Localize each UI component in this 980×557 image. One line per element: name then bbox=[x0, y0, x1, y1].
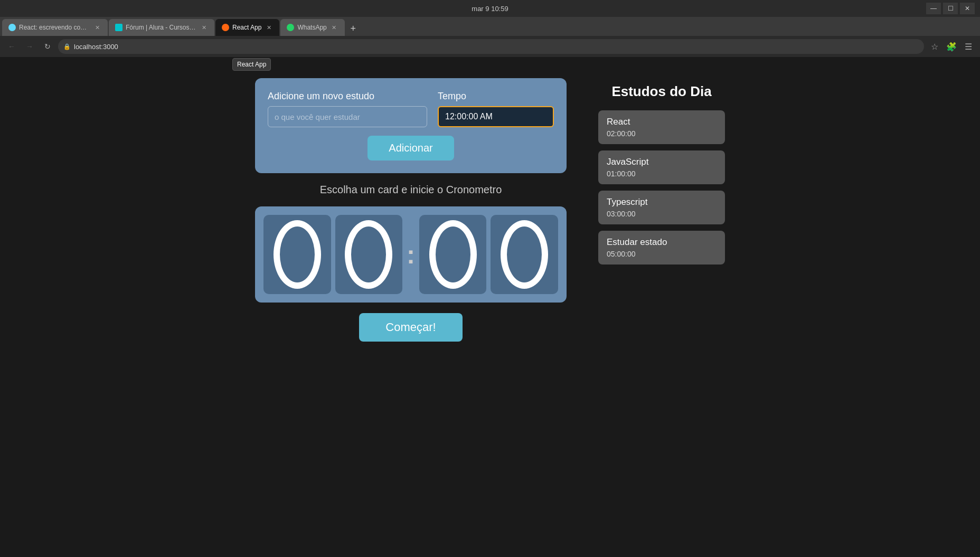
back-button[interactable]: ← bbox=[4, 39, 19, 54]
tab-tooltip: React App bbox=[232, 58, 271, 71]
study-card-javascript[interactable]: JavaScript 01:00:00 bbox=[598, 150, 725, 184]
tab-close-react-app[interactable]: ✕ bbox=[265, 23, 273, 32]
study-card-react[interactable]: React 02:00:00 bbox=[598, 110, 725, 144]
minimize-button[interactable]: — bbox=[926, 3, 941, 14]
study-group: Adicione um novo estudo bbox=[268, 91, 427, 127]
forward-button[interactable]: → bbox=[22, 39, 37, 54]
study-time-estado: 05:00:00 bbox=[607, 250, 717, 258]
tab-react-escrevendo[interactable]: React: escrevendo com T ✕ bbox=[2, 19, 108, 36]
form-header: Adicione um novo estudo Tempo bbox=[268, 91, 554, 127]
study-name-react: React bbox=[607, 117, 717, 127]
left-panel: Adicione um novo estudo Tempo Adicionar … bbox=[255, 78, 567, 342]
timer-card: : bbox=[255, 206, 567, 303]
study-label: Adicione um novo estudo bbox=[268, 91, 427, 102]
study-time-react: 02:00:00 bbox=[607, 129, 717, 138]
timer-instruction: Escolha um card e inicie o Cronometro bbox=[320, 184, 502, 196]
tabs-bar: React: escrevendo com T ✕ Fórum | Alura … bbox=[0, 17, 980, 36]
timer-colon: : bbox=[407, 215, 415, 294]
system-clock: mar 9 10:59 bbox=[472, 5, 508, 13]
menu-button[interactable]: ☰ bbox=[961, 39, 976, 54]
timer-digit-m1 bbox=[419, 215, 487, 294]
add-btn-row: Adicionar bbox=[268, 136, 554, 161]
tab-whatsapp[interactable]: WhatsApp ✕ bbox=[280, 19, 344, 36]
tab-label-alura: Fórum | Alura - Cursos on... bbox=[126, 24, 196, 31]
address-bar: ← → ↻ 🔒 localhost:3000 ☆ 🧩 ☰ bbox=[0, 36, 980, 57]
tab-react-app[interactable]: React App ✕ bbox=[215, 19, 279, 36]
maximize-button[interactable]: ☐ bbox=[943, 3, 958, 14]
timer-digit-m2 bbox=[491, 215, 558, 294]
tab-favicon-alura bbox=[115, 24, 123, 31]
tab-favicon-whatsapp bbox=[287, 24, 294, 31]
reload-button[interactable]: ↻ bbox=[40, 39, 55, 54]
studies-title: Estudos do Dia bbox=[598, 83, 725, 100]
tab-close-react[interactable]: ✕ bbox=[93, 23, 101, 32]
close-button[interactable]: ✕ bbox=[960, 3, 975, 14]
study-card-estado[interactable]: Estudar estado 05:00:00 bbox=[598, 231, 725, 265]
study-card-typescript[interactable]: Typescript 03:00:00 bbox=[598, 191, 725, 224]
browser-actions: ☆ 🧩 ☰ bbox=[927, 39, 976, 54]
main-content: Adicione um novo estudo Tempo Adicionar … bbox=[0, 57, 980, 363]
form-card: Adicione um novo estudo Tempo Adicionar bbox=[255, 78, 567, 173]
title-bar: mar 9 10:59 — ☐ ✕ bbox=[0, 0, 980, 17]
tab-close-alura[interactable]: ✕ bbox=[200, 23, 208, 32]
study-name-typescript: Typescript bbox=[607, 197, 717, 207]
digit-oval-h2 bbox=[345, 220, 392, 289]
tab-label-react-app: React App bbox=[232, 24, 261, 31]
study-name-javascript: JavaScript bbox=[607, 157, 717, 167]
digit-oval-m2 bbox=[501, 220, 548, 289]
url-bar[interactable]: 🔒 localhost:3000 bbox=[58, 39, 924, 54]
time-label: Tempo bbox=[438, 91, 554, 102]
tab-favicon-react bbox=[8, 24, 16, 31]
start-button[interactable]: Começar! bbox=[359, 313, 462, 342]
timer-digit-h2 bbox=[335, 215, 403, 294]
study-time-javascript: 01:00:00 bbox=[607, 169, 717, 178]
digit-oval-m1 bbox=[429, 220, 477, 289]
new-tab-button[interactable]: + bbox=[346, 21, 361, 36]
tab-favicon-firefox bbox=[222, 24, 229, 31]
tab-label-whatsapp: WhatsApp bbox=[297, 24, 326, 31]
bookmark-button[interactable]: ☆ bbox=[927, 39, 942, 54]
lock-icon: 🔒 bbox=[63, 43, 71, 50]
url-text: localhost:3000 bbox=[74, 43, 118, 51]
timer-display: : bbox=[263, 215, 558, 294]
window-controls: — ☐ ✕ bbox=[926, 3, 975, 14]
extensions-button[interactable]: 🧩 bbox=[944, 39, 959, 54]
browser-chrome: mar 9 10:59 — ☐ ✕ React: escrevendo com … bbox=[0, 0, 980, 57]
study-time-typescript: 03:00:00 bbox=[607, 210, 717, 218]
timer-digit-h1 bbox=[263, 215, 331, 294]
add-button[interactable]: Adicionar bbox=[368, 136, 454, 161]
time-group: Tempo bbox=[438, 91, 554, 127]
time-input[interactable] bbox=[438, 106, 554, 127]
study-input[interactable] bbox=[268, 106, 427, 127]
digit-oval-h1 bbox=[274, 220, 321, 289]
tab-alura-forum[interactable]: Fórum | Alura - Cursos on... ✕ bbox=[109, 19, 214, 36]
tab-close-whatsapp[interactable]: ✕ bbox=[330, 23, 338, 32]
study-name-estado: Estudar estado bbox=[607, 237, 717, 248]
tab-label: React: escrevendo com T bbox=[19, 24, 90, 31]
right-panel: Estudos do Dia React 02:00:00 JavaScript… bbox=[598, 78, 725, 265]
